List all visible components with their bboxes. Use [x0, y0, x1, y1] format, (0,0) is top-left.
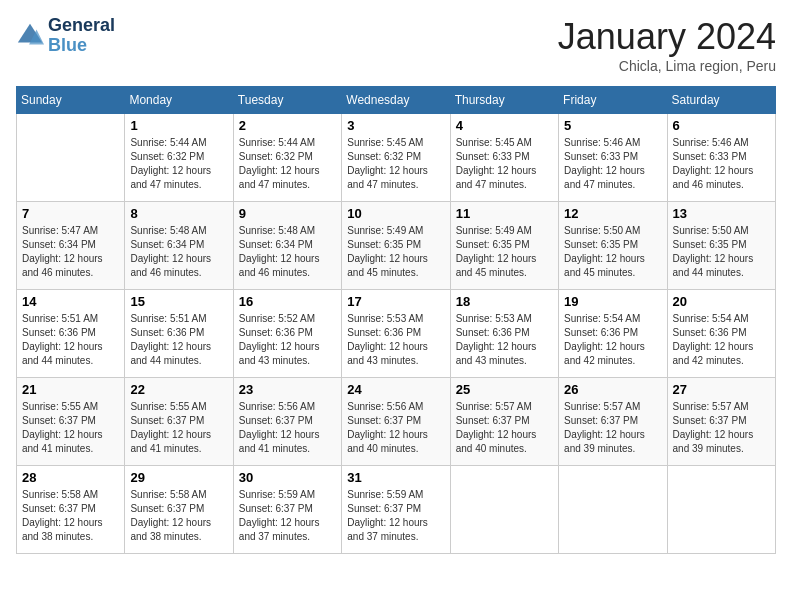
day-number: 26 — [564, 382, 661, 397]
day-number: 30 — [239, 470, 336, 485]
calendar-cell: 11Sunrise: 5:49 AMSunset: 6:35 PMDayligh… — [450, 202, 558, 290]
calendar-cell: 24Sunrise: 5:56 AMSunset: 6:37 PMDayligh… — [342, 378, 450, 466]
day-info: Sunrise: 5:55 AMSunset: 6:37 PMDaylight:… — [22, 400, 119, 456]
day-number: 24 — [347, 382, 444, 397]
day-info: Sunrise: 5:56 AMSunset: 6:37 PMDaylight:… — [347, 400, 444, 456]
calendar-cell: 8Sunrise: 5:48 AMSunset: 6:34 PMDaylight… — [125, 202, 233, 290]
day-info: Sunrise: 5:52 AMSunset: 6:36 PMDaylight:… — [239, 312, 336, 368]
day-info: Sunrise: 5:53 AMSunset: 6:36 PMDaylight:… — [456, 312, 553, 368]
day-info: Sunrise: 5:51 AMSunset: 6:36 PMDaylight:… — [130, 312, 227, 368]
calendar-table: SundayMondayTuesdayWednesdayThursdayFrid… — [16, 86, 776, 554]
calendar-cell: 22Sunrise: 5:55 AMSunset: 6:37 PMDayligh… — [125, 378, 233, 466]
calendar-cell: 16Sunrise: 5:52 AMSunset: 6:36 PMDayligh… — [233, 290, 341, 378]
calendar-cell: 15Sunrise: 5:51 AMSunset: 6:36 PMDayligh… — [125, 290, 233, 378]
day-number: 8 — [130, 206, 227, 221]
day-number: 15 — [130, 294, 227, 309]
day-number: 28 — [22, 470, 119, 485]
col-header-sunday: Sunday — [17, 87, 125, 114]
day-number: 9 — [239, 206, 336, 221]
day-number: 10 — [347, 206, 444, 221]
logo: General Blue — [16, 16, 115, 56]
day-info: Sunrise: 5:53 AMSunset: 6:36 PMDaylight:… — [347, 312, 444, 368]
col-header-saturday: Saturday — [667, 87, 775, 114]
day-number: 7 — [22, 206, 119, 221]
month-title: January 2024 — [558, 16, 776, 58]
calendar-cell: 21Sunrise: 5:55 AMSunset: 6:37 PMDayligh… — [17, 378, 125, 466]
day-number: 11 — [456, 206, 553, 221]
day-info: Sunrise: 5:49 AMSunset: 6:35 PMDaylight:… — [347, 224, 444, 280]
calendar-cell: 14Sunrise: 5:51 AMSunset: 6:36 PMDayligh… — [17, 290, 125, 378]
calendar-cell: 4Sunrise: 5:45 AMSunset: 6:33 PMDaylight… — [450, 114, 558, 202]
day-info: Sunrise: 5:49 AMSunset: 6:35 PMDaylight:… — [456, 224, 553, 280]
day-info: Sunrise: 5:47 AMSunset: 6:34 PMDaylight:… — [22, 224, 119, 280]
calendar-cell: 19Sunrise: 5:54 AMSunset: 6:36 PMDayligh… — [559, 290, 667, 378]
day-number: 17 — [347, 294, 444, 309]
calendar-cell: 26Sunrise: 5:57 AMSunset: 6:37 PMDayligh… — [559, 378, 667, 466]
page-header: General Blue January 2024 Chicla, Lima r… — [16, 16, 776, 74]
day-number: 3 — [347, 118, 444, 133]
day-info: Sunrise: 5:50 AMSunset: 6:35 PMDaylight:… — [673, 224, 770, 280]
day-number: 31 — [347, 470, 444, 485]
day-info: Sunrise: 5:58 AMSunset: 6:37 PMDaylight:… — [22, 488, 119, 544]
logo-line1: General — [48, 16, 115, 36]
col-header-monday: Monday — [125, 87, 233, 114]
calendar-cell: 17Sunrise: 5:53 AMSunset: 6:36 PMDayligh… — [342, 290, 450, 378]
calendar-cell — [667, 466, 775, 554]
day-number: 20 — [673, 294, 770, 309]
col-header-wednesday: Wednesday — [342, 87, 450, 114]
calendar-cell: 30Sunrise: 5:59 AMSunset: 6:37 PMDayligh… — [233, 466, 341, 554]
calendar-cell: 25Sunrise: 5:57 AMSunset: 6:37 PMDayligh… — [450, 378, 558, 466]
day-number: 1 — [130, 118, 227, 133]
day-info: Sunrise: 5:48 AMSunset: 6:34 PMDaylight:… — [239, 224, 336, 280]
day-info: Sunrise: 5:48 AMSunset: 6:34 PMDaylight:… — [130, 224, 227, 280]
calendar-cell: 10Sunrise: 5:49 AMSunset: 6:35 PMDayligh… — [342, 202, 450, 290]
calendar-cell: 27Sunrise: 5:57 AMSunset: 6:37 PMDayligh… — [667, 378, 775, 466]
logo-line2: Blue — [48, 36, 115, 56]
day-number: 16 — [239, 294, 336, 309]
calendar-cell: 1Sunrise: 5:44 AMSunset: 6:32 PMDaylight… — [125, 114, 233, 202]
day-info: Sunrise: 5:54 AMSunset: 6:36 PMDaylight:… — [673, 312, 770, 368]
calendar-cell: 23Sunrise: 5:56 AMSunset: 6:37 PMDayligh… — [233, 378, 341, 466]
calendar-cell: 9Sunrise: 5:48 AMSunset: 6:34 PMDaylight… — [233, 202, 341, 290]
day-info: Sunrise: 5:46 AMSunset: 6:33 PMDaylight:… — [564, 136, 661, 192]
title-area: January 2024 Chicla, Lima region, Peru — [558, 16, 776, 74]
day-info: Sunrise: 5:57 AMSunset: 6:37 PMDaylight:… — [673, 400, 770, 456]
calendar-cell: 6Sunrise: 5:46 AMSunset: 6:33 PMDaylight… — [667, 114, 775, 202]
col-header-tuesday: Tuesday — [233, 87, 341, 114]
day-info: Sunrise: 5:55 AMSunset: 6:37 PMDaylight:… — [130, 400, 227, 456]
day-info: Sunrise: 5:44 AMSunset: 6:32 PMDaylight:… — [130, 136, 227, 192]
day-number: 22 — [130, 382, 227, 397]
day-info: Sunrise: 5:58 AMSunset: 6:37 PMDaylight:… — [130, 488, 227, 544]
day-number: 21 — [22, 382, 119, 397]
day-number: 23 — [239, 382, 336, 397]
day-info: Sunrise: 5:59 AMSunset: 6:37 PMDaylight:… — [239, 488, 336, 544]
calendar-cell: 13Sunrise: 5:50 AMSunset: 6:35 PMDayligh… — [667, 202, 775, 290]
day-number: 29 — [130, 470, 227, 485]
day-number: 2 — [239, 118, 336, 133]
calendar-cell — [17, 114, 125, 202]
calendar-cell: 2Sunrise: 5:44 AMSunset: 6:32 PMDaylight… — [233, 114, 341, 202]
day-number: 25 — [456, 382, 553, 397]
logo-icon — [16, 22, 44, 50]
day-number: 6 — [673, 118, 770, 133]
day-info: Sunrise: 5:44 AMSunset: 6:32 PMDaylight:… — [239, 136, 336, 192]
calendar-cell: 18Sunrise: 5:53 AMSunset: 6:36 PMDayligh… — [450, 290, 558, 378]
day-number: 13 — [673, 206, 770, 221]
day-info: Sunrise: 5:57 AMSunset: 6:37 PMDaylight:… — [456, 400, 553, 456]
day-info: Sunrise: 5:57 AMSunset: 6:37 PMDaylight:… — [564, 400, 661, 456]
day-info: Sunrise: 5:56 AMSunset: 6:37 PMDaylight:… — [239, 400, 336, 456]
calendar-cell: 5Sunrise: 5:46 AMSunset: 6:33 PMDaylight… — [559, 114, 667, 202]
calendar-cell — [559, 466, 667, 554]
day-number: 12 — [564, 206, 661, 221]
day-info: Sunrise: 5:59 AMSunset: 6:37 PMDaylight:… — [347, 488, 444, 544]
day-number: 14 — [22, 294, 119, 309]
subtitle: Chicla, Lima region, Peru — [558, 58, 776, 74]
day-number: 19 — [564, 294, 661, 309]
day-info: Sunrise: 5:50 AMSunset: 6:35 PMDaylight:… — [564, 224, 661, 280]
calendar-cell — [450, 466, 558, 554]
col-header-friday: Friday — [559, 87, 667, 114]
day-number: 27 — [673, 382, 770, 397]
col-header-thursday: Thursday — [450, 87, 558, 114]
day-info: Sunrise: 5:45 AMSunset: 6:32 PMDaylight:… — [347, 136, 444, 192]
day-number: 18 — [456, 294, 553, 309]
